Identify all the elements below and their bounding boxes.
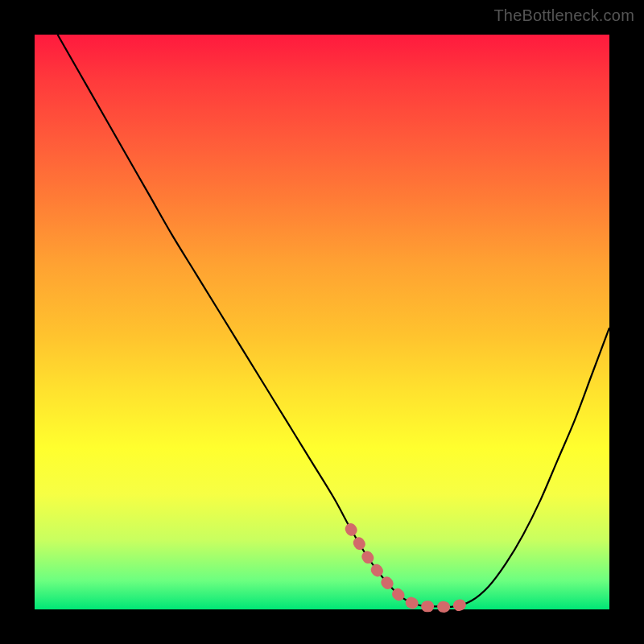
chart-stage: TheBottleneck.com <box>0 0 644 644</box>
watermark-text: TheBottleneck.com <box>493 6 634 25</box>
chart-overlay <box>35 35 609 609</box>
bottleneck-curve <box>58 35 609 607</box>
flat-region-highlight <box>351 529 472 607</box>
